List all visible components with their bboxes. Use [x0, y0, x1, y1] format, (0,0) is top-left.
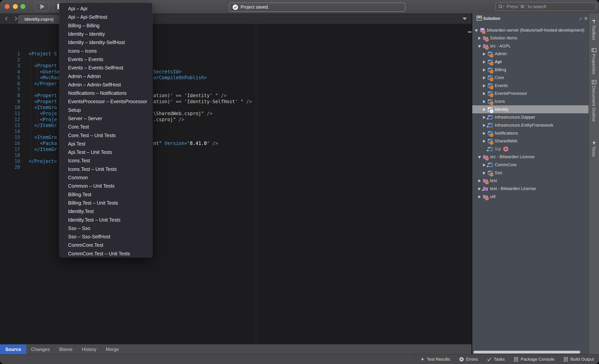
chevron-right-icon[interactable]	[483, 92, 485, 95]
navigate-back-icon[interactable]	[3, 15, 9, 22]
close-window-button[interactable]	[5, 4, 9, 9]
view-tab-blame[interactable]: Blame	[54, 345, 77, 354]
run-config-menu-item[interactable]: Icons – Icons	[60, 47, 152, 55]
view-tab-source[interactable]: Source	[0, 345, 26, 354]
tree-item-identity[interactable]: ···Identity	[472, 105, 589, 113]
run-config-menu-item[interactable]: Identity.Test – Unit Tests	[60, 215, 152, 224]
tree-item-admin[interactable]: ···Admin	[472, 50, 589, 58]
tree-item-api[interactable]: ···Api	[472, 58, 589, 66]
close-icon[interactable]: ✕	[584, 16, 588, 22]
chevron-right-icon[interactable]	[483, 163, 485, 166]
run-config-menu-item[interactable]: Events – Events-SelfHost	[60, 64, 152, 72]
chevron-right-icon[interactable]	[483, 171, 485, 174]
chevron-right-icon[interactable]	[483, 60, 485, 63]
chevron-right-icon[interactable]	[478, 195, 481, 198]
run-config-menu-item[interactable]: CommCore.Test – Unit Tests	[60, 249, 152, 258]
run-config-menu-item[interactable]: Notifications – Notifications	[60, 89, 152, 97]
tree-item-test[interactable]: ···test	[472, 177, 589, 185]
run-config-menu-item[interactable]: Setup	[60, 106, 152, 114]
status-item-tasks[interactable]: Tasks	[487, 357, 505, 362]
tree-item-src-agpl[interactable]: ···src - AGPL	[472, 42, 589, 50]
run-config-menu-item[interactable]: Api – Api-SelfHost	[60, 13, 152, 21]
tree-item-infrastructure-entityframework[interactable]: ✦Infrastructure.EntityFramework	[472, 121, 589, 129]
minimize-window-button[interactable]	[13, 4, 18, 9]
view-tab-changes[interactable]: Changes	[26, 345, 54, 354]
view-tab-merge[interactable]: Merge	[101, 345, 124, 354]
run-config-menu-item[interactable]: Api.Test	[60, 140, 152, 148]
hammer-icon[interactable]	[591, 19, 597, 24]
chevron-down-icon[interactable]	[478, 155, 481, 158]
horizontal-scrollbar[interactable]	[473, 351, 580, 354]
status-item-errors[interactable]: Errors	[459, 357, 478, 362]
chevron-right-icon[interactable]	[478, 36, 481, 40]
run-config-menu-item[interactable]: Server – Server	[60, 114, 152, 123]
chevron-right-icon[interactable]	[483, 76, 485, 79]
status-item-package-console[interactable]: Package Console	[514, 357, 554, 362]
chevron-right-icon[interactable]	[483, 124, 485, 127]
side-tab-toolbox[interactable]: Toolbox	[591, 25, 596, 40]
run-config-menu-item[interactable]: Identity – Identity-SelfHost	[60, 38, 152, 47]
run-config-menu-item[interactable]: Icons.Test – Unit Tests	[60, 165, 152, 173]
tab-identity-csproj[interactable]: Identity.csproj	[18, 15, 60, 24]
tree-item-billing[interactable]: ···Billing	[472, 66, 589, 74]
chevron-right-icon[interactable]	[483, 116, 485, 119]
run-config-menu-item[interactable]: Identity.Test	[60, 207, 152, 215]
view-tab-history[interactable]: History	[77, 345, 101, 354]
tree-item-sso[interactable]: ···Sso	[472, 169, 589, 177]
properties-icon[interactable]	[591, 48, 597, 53]
chevron-right-icon[interactable]	[483, 108, 485, 111]
tree-item-src-bitwarden-license[interactable]: ···src - Bitwarden License	[472, 153, 589, 161]
tree-item-solution-items[interactable]: ···Solution Items	[472, 34, 589, 42]
status-item-test-results[interactable]: Test Results	[420, 357, 450, 362]
chevron-right-icon[interactable]	[483, 68, 485, 71]
chevron-right-icon[interactable]	[483, 100, 485, 103]
pin-icon[interactable]	[578, 16, 582, 21]
chevron-right-icon[interactable]	[478, 187, 481, 190]
tree-item-notifications[interactable]: ···Notifications	[472, 129, 589, 137]
chevron-right-icon[interactable]	[483, 132, 485, 135]
tree-item-icons[interactable]: ···Icons	[472, 98, 589, 106]
run-config-menu-item[interactable]: Sso – Sso	[60, 224, 152, 232]
side-tab-document-outline[interactable]: Document Outline	[591, 86, 596, 122]
chevron-down-icon[interactable]	[475, 29, 478, 32]
run-config-menu-item[interactable]: Common – Unit Tests	[60, 182, 152, 190]
tree-item-commcore[interactable]: ✦CommCore	[472, 161, 589, 169]
tests-lightning-icon[interactable]	[591, 140, 597, 145]
run-config-menu-item[interactable]: Billing.Test	[60, 190, 152, 199]
run-config-menu-item[interactable]: CommCore.Test	[60, 241, 152, 249]
tree-item-sharedweb[interactable]: ···SharedWeb	[472, 137, 589, 145]
tree-item-test-bitwarden-license[interactable]: ✦test - Bitwarden License	[472, 185, 589, 193]
global-search-input[interactable]: Press '⌘.' to search	[495, 2, 596, 11]
tab-overflow-caret-icon[interactable]	[463, 18, 467, 20]
chevron-right-icon[interactable]	[483, 84, 485, 87]
run-config-menu-item[interactable]: EventsProcessor – EventsProcessor	[60, 97, 152, 106]
tree-item-util[interactable]: ···util	[472, 193, 589, 201]
tree-item-sql[interactable]: ✦Sql✕	[472, 145, 589, 153]
run-config-menu-item[interactable]: Core.Test – Unit Tests	[60, 131, 152, 140]
side-tab-tests[interactable]: Tests	[591, 146, 596, 157]
chevron-right-icon[interactable]	[478, 179, 481, 182]
run-config-menu-item[interactable]: Events – Events	[60, 55, 152, 64]
run-config-menu-item[interactable]: Api.Test – Unit Tests	[60, 148, 152, 156]
tree-item-eventsprocessor[interactable]: ···EventsProcessor	[472, 89, 589, 98]
status-item-build-output[interactable]: Build Output	[563, 357, 594, 362]
run-config-menu-item[interactable]: Billing – Billing	[60, 21, 152, 30]
chevron-right-icon[interactable]	[483, 52, 485, 55]
run-config-menu-item[interactable]: Api – Api	[60, 4, 152, 13]
run-config-menu-item[interactable]: Icons.Test	[60, 156, 152, 165]
run-config-menu-item[interactable]: Common	[60, 173, 152, 182]
chevron-down-icon[interactable]	[478, 44, 481, 48]
tree-item-bitwarden-server-feature-self-hosted-development[interactable]: ···bitwarden-server (feature/self-hosted…	[472, 26, 589, 34]
chevron-right-icon[interactable]	[483, 140, 485, 142]
run-config-menu-item[interactable]: Sso – Sso-SelfHost	[60, 232, 152, 241]
tree-item-core[interactable]: ···Core	[472, 74, 589, 82]
zoom-window-button[interactable]	[20, 4, 25, 9]
tree-item-events[interactable]: ···Events	[472, 81, 589, 89]
run-config-menu-item[interactable]: Admin – Admin-SelfHost	[60, 80, 152, 89]
run-config-menu-item[interactable]: Billing.Test – Unit Tests	[60, 199, 152, 207]
side-tab-properties[interactable]: Properties	[591, 54, 596, 74]
run-config-menu-item[interactable]: Core.Test	[60, 123, 152, 131]
run-config-menu-item[interactable]: Admin – Admin	[60, 72, 152, 80]
run-config-menu-item[interactable]: Identity – Identity	[60, 30, 152, 38]
document-outline-icon[interactable]	[591, 80, 597, 85]
